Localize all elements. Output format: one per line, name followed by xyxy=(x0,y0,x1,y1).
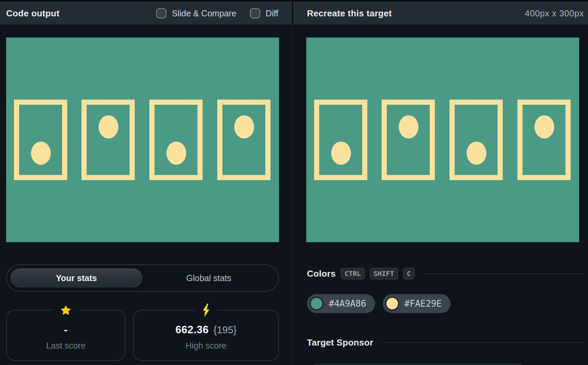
slide-compare-toggle[interactable]: Slide & Compare xyxy=(156,8,236,18)
kbd-ctrl: CTRL xyxy=(341,268,365,279)
color-hex-green: #4A9A86 xyxy=(329,298,366,309)
high-score-chars: {195} xyxy=(214,324,237,336)
target-title: Recreate this target xyxy=(307,8,392,19)
sponsor-card[interactable] xyxy=(310,364,527,365)
code-output-canvas xyxy=(6,38,279,242)
compare-toggles: Slide & Compare Diff xyxy=(156,8,278,18)
last-score-label: Last score xyxy=(46,341,85,351)
target-header: Recreate this target 400px x 300px xyxy=(293,2,588,25)
tab-global-stats[interactable]: Global stats xyxy=(143,268,275,288)
stats-tab-bar: Your stats Global stats xyxy=(6,264,279,292)
high-score-value: 662.36 xyxy=(175,324,209,336)
colors-title: Colors xyxy=(307,268,336,279)
last-score-card: - Last score xyxy=(6,310,126,361)
diff-toggle[interactable]: Diff xyxy=(250,8,278,18)
sponsor-section-header: Target Sponsor xyxy=(307,336,584,349)
high-score-card: 662.36 {195} High score xyxy=(133,310,279,361)
target-dimensions: 400px x 300px xyxy=(525,9,584,18)
colors-section-header: Colors CTRL SHIFT C xyxy=(307,267,584,280)
colors-divider-line xyxy=(424,274,584,274)
color-hex-yellow: #FAE29E xyxy=(405,298,442,309)
last-score-value: - xyxy=(64,324,68,336)
diff-label: Diff xyxy=(266,9,278,18)
kbd-c: C xyxy=(403,268,415,279)
sponsor-title: Target Sponsor xyxy=(307,337,373,348)
slide-compare-checkbox[interactable] xyxy=(156,8,166,18)
slide-compare-label: Slide & Compare xyxy=(172,9,236,18)
diff-checkbox[interactable] xyxy=(250,8,260,18)
swatch-circle-yellow xyxy=(385,297,399,310)
color-chip-yellow[interactable]: #FAE29E xyxy=(383,294,451,313)
last-score-value-row: - xyxy=(64,324,68,336)
code-output-header: Code output Slide & Compare Diff xyxy=(0,2,292,25)
swatch-circle-green xyxy=(310,297,323,310)
bolt-icon xyxy=(195,303,217,318)
kbd-shift: SHIFT xyxy=(370,268,398,279)
tab-your-stats[interactable]: Your stats xyxy=(10,268,143,288)
color-chips: #4A9A86 #FAE29E xyxy=(307,294,451,313)
high-score-label: High score xyxy=(186,341,226,351)
sponsor-divider-line xyxy=(383,342,584,343)
score-cards: - Last score 662.36 {195} High score xyxy=(6,310,279,361)
code-output-title: Code output xyxy=(6,8,59,19)
target-canvas[interactable] xyxy=(306,38,579,242)
cssbattle-play-screen: Code output Slide & Compare Diff Recreat… xyxy=(0,0,588,365)
high-score-value-row: 662.36 {195} xyxy=(175,324,237,336)
panel-divider xyxy=(292,2,293,365)
color-chip-green[interactable]: #4A9A86 xyxy=(307,294,375,313)
star-icon xyxy=(53,303,79,318)
